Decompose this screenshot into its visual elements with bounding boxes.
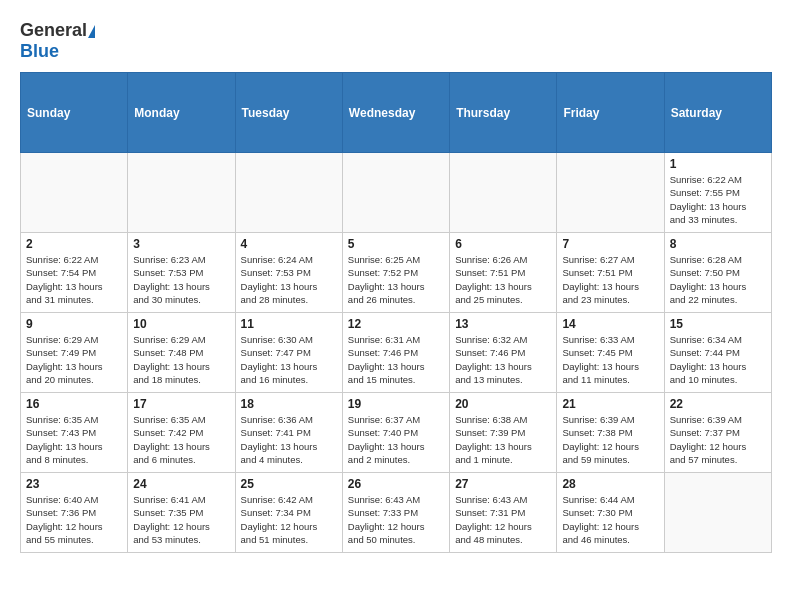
weekday-header-saturday: Saturday [664,73,771,153]
day-number: 6 [455,237,551,251]
day-number: 3 [133,237,229,251]
day-info: Sunrise: 6:32 AM Sunset: 7:46 PM Dayligh… [455,333,551,386]
day-info: Sunrise: 6:36 AM Sunset: 7:41 PM Dayligh… [241,413,337,466]
calendar-cell: 16Sunrise: 6:35 AM Sunset: 7:43 PM Dayli… [21,393,128,473]
logo-blue-text: Blue [20,41,59,61]
calendar-cell: 25Sunrise: 6:42 AM Sunset: 7:34 PM Dayli… [235,473,342,553]
day-number: 21 [562,397,658,411]
day-number: 14 [562,317,658,331]
day-info: Sunrise: 6:25 AM Sunset: 7:52 PM Dayligh… [348,253,444,306]
calendar-cell: 8Sunrise: 6:28 AM Sunset: 7:50 PM Daylig… [664,233,771,313]
calendar-cell: 28Sunrise: 6:44 AM Sunset: 7:30 PM Dayli… [557,473,664,553]
calendar-cell: 12Sunrise: 6:31 AM Sunset: 7:46 PM Dayli… [342,313,449,393]
calendar-cell [664,473,771,553]
day-info: Sunrise: 6:24 AM Sunset: 7:53 PM Dayligh… [241,253,337,306]
day-number: 19 [348,397,444,411]
page-header: General Blue [20,20,772,62]
day-number: 2 [26,237,122,251]
calendar-cell [557,153,664,233]
day-info: Sunrise: 6:33 AM Sunset: 7:45 PM Dayligh… [562,333,658,386]
calendar-cell: 5Sunrise: 6:25 AM Sunset: 7:52 PM Daylig… [342,233,449,313]
logo: General Blue [20,20,95,62]
day-number: 28 [562,477,658,491]
day-number: 17 [133,397,229,411]
calendar-cell: 20Sunrise: 6:38 AM Sunset: 7:39 PM Dayli… [450,393,557,473]
day-info: Sunrise: 6:30 AM Sunset: 7:47 PM Dayligh… [241,333,337,386]
calendar-cell: 11Sunrise: 6:30 AM Sunset: 7:47 PM Dayli… [235,313,342,393]
day-number: 26 [348,477,444,491]
day-number: 4 [241,237,337,251]
day-info: Sunrise: 6:22 AM Sunset: 7:55 PM Dayligh… [670,173,766,226]
day-info: Sunrise: 6:43 AM Sunset: 7:31 PM Dayligh… [455,493,551,546]
day-number: 20 [455,397,551,411]
day-number: 23 [26,477,122,491]
day-info: Sunrise: 6:39 AM Sunset: 7:37 PM Dayligh… [670,413,766,466]
day-info: Sunrise: 6:38 AM Sunset: 7:39 PM Dayligh… [455,413,551,466]
calendar-cell: 26Sunrise: 6:43 AM Sunset: 7:33 PM Dayli… [342,473,449,553]
day-info: Sunrise: 6:31 AM Sunset: 7:46 PM Dayligh… [348,333,444,386]
day-number: 10 [133,317,229,331]
calendar-cell: 17Sunrise: 6:35 AM Sunset: 7:42 PM Dayli… [128,393,235,473]
day-number: 13 [455,317,551,331]
calendar-cell: 1Sunrise: 6:22 AM Sunset: 7:55 PM Daylig… [664,153,771,233]
day-info: Sunrise: 6:26 AM Sunset: 7:51 PM Dayligh… [455,253,551,306]
day-info: Sunrise: 6:40 AM Sunset: 7:36 PM Dayligh… [26,493,122,546]
calendar-cell: 22Sunrise: 6:39 AM Sunset: 7:37 PM Dayli… [664,393,771,473]
calendar-cell: 23Sunrise: 6:40 AM Sunset: 7:36 PM Dayli… [21,473,128,553]
calendar-cell [450,153,557,233]
day-number: 25 [241,477,337,491]
calendar-cell: 3Sunrise: 6:23 AM Sunset: 7:53 PM Daylig… [128,233,235,313]
calendar-cell: 14Sunrise: 6:33 AM Sunset: 7:45 PM Dayli… [557,313,664,393]
calendar-cell: 4Sunrise: 6:24 AM Sunset: 7:53 PM Daylig… [235,233,342,313]
calendar-cell: 24Sunrise: 6:41 AM Sunset: 7:35 PM Dayli… [128,473,235,553]
calendar-cell: 6Sunrise: 6:26 AM Sunset: 7:51 PM Daylig… [450,233,557,313]
calendar-cell [21,153,128,233]
day-info: Sunrise: 6:42 AM Sunset: 7:34 PM Dayligh… [241,493,337,546]
day-number: 5 [348,237,444,251]
day-info: Sunrise: 6:37 AM Sunset: 7:40 PM Dayligh… [348,413,444,466]
day-number: 12 [348,317,444,331]
day-number: 9 [26,317,122,331]
day-number: 1 [670,157,766,171]
day-info: Sunrise: 6:28 AM Sunset: 7:50 PM Dayligh… [670,253,766,306]
day-info: Sunrise: 6:41 AM Sunset: 7:35 PM Dayligh… [133,493,229,546]
day-number: 16 [26,397,122,411]
calendar-cell: 27Sunrise: 6:43 AM Sunset: 7:31 PM Dayli… [450,473,557,553]
day-number: 7 [562,237,658,251]
calendar-cell [128,153,235,233]
calendar-table: SundayMondayTuesdayWednesdayThursdayFrid… [20,72,772,553]
day-info: Sunrise: 6:35 AM Sunset: 7:43 PM Dayligh… [26,413,122,466]
calendar-cell: 15Sunrise: 6:34 AM Sunset: 7:44 PM Dayli… [664,313,771,393]
calendar-cell [235,153,342,233]
day-info: Sunrise: 6:44 AM Sunset: 7:30 PM Dayligh… [562,493,658,546]
day-info: Sunrise: 6:22 AM Sunset: 7:54 PM Dayligh… [26,253,122,306]
day-number: 22 [670,397,766,411]
day-info: Sunrise: 6:39 AM Sunset: 7:38 PM Dayligh… [562,413,658,466]
day-number: 27 [455,477,551,491]
day-info: Sunrise: 6:34 AM Sunset: 7:44 PM Dayligh… [670,333,766,386]
weekday-header-sunday: Sunday [21,73,128,153]
calendar-cell: 2Sunrise: 6:22 AM Sunset: 7:54 PM Daylig… [21,233,128,313]
calendar-cell [342,153,449,233]
logo-triangle-icon [88,25,95,38]
day-info: Sunrise: 6:29 AM Sunset: 7:49 PM Dayligh… [26,333,122,386]
weekday-header-tuesday: Tuesday [235,73,342,153]
calendar-cell: 9Sunrise: 6:29 AM Sunset: 7:49 PM Daylig… [21,313,128,393]
day-number: 11 [241,317,337,331]
day-number: 15 [670,317,766,331]
weekday-header-friday: Friday [557,73,664,153]
day-info: Sunrise: 6:43 AM Sunset: 7:33 PM Dayligh… [348,493,444,546]
calendar-cell: 19Sunrise: 6:37 AM Sunset: 7:40 PM Dayli… [342,393,449,473]
day-info: Sunrise: 6:35 AM Sunset: 7:42 PM Dayligh… [133,413,229,466]
calendar-cell: 7Sunrise: 6:27 AM Sunset: 7:51 PM Daylig… [557,233,664,313]
weekday-header-monday: Monday [128,73,235,153]
day-number: 24 [133,477,229,491]
calendar-cell: 10Sunrise: 6:29 AM Sunset: 7:48 PM Dayli… [128,313,235,393]
day-number: 8 [670,237,766,251]
calendar-cell: 18Sunrise: 6:36 AM Sunset: 7:41 PM Dayli… [235,393,342,473]
weekday-header-wednesday: Wednesday [342,73,449,153]
logo-general-text: General [20,20,87,40]
day-number: 18 [241,397,337,411]
calendar-cell: 21Sunrise: 6:39 AM Sunset: 7:38 PM Dayli… [557,393,664,473]
day-info: Sunrise: 6:27 AM Sunset: 7:51 PM Dayligh… [562,253,658,306]
